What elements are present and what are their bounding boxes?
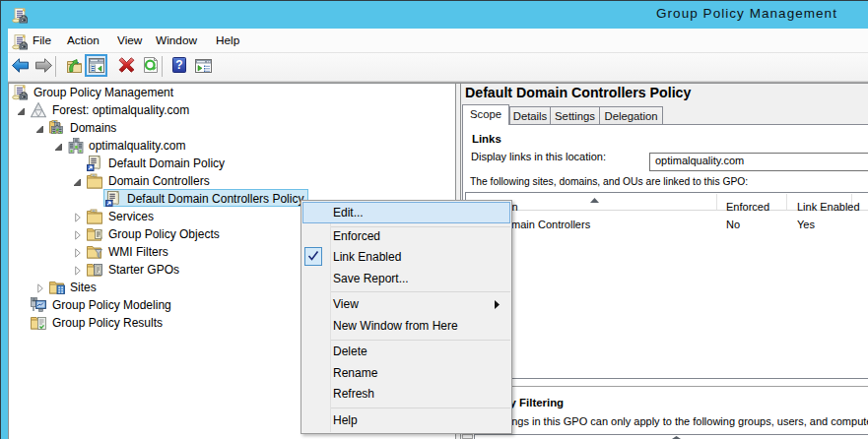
- svg-text:?: ?: [175, 58, 182, 72]
